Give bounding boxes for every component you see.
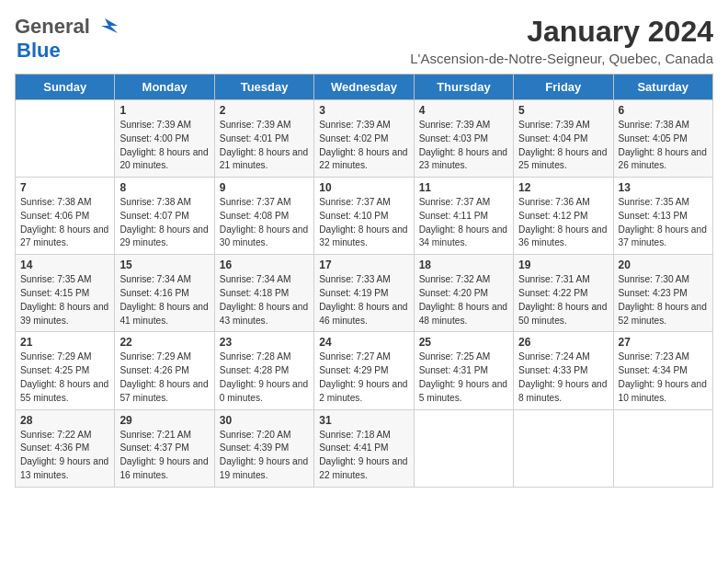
day-number: 26 — [518, 336, 608, 349]
day-header-tuesday: Tuesday — [214, 75, 313, 100]
day-info: Sunrise: 7:32 AMSunset: 4:20 PMDaylight:… — [419, 273, 508, 327]
days-of-week-row: Sunday Monday Tuesday Wednesday Thursday… — [16, 75, 713, 100]
day-number: 20 — [619, 259, 708, 271]
calendar-week-row: 7Sunrise: 7:38 AMSunset: 4:06 PMDaylight… — [16, 178, 713, 255]
day-info: Sunrise: 7:38 AMSunset: 4:06 PMDaylight:… — [20, 196, 109, 250]
day-number: 23 — [220, 336, 309, 349]
day-number: 17 — [319, 259, 408, 271]
day-number: 14 — [20, 259, 109, 271]
calendar-cell: 7Sunrise: 7:38 AMSunset: 4:06 PMDaylight… — [16, 178, 115, 255]
day-info: Sunrise: 7:35 AMSunset: 4:15 PMDaylight:… — [20, 273, 109, 327]
day-info: Sunrise: 7:29 AMSunset: 4:25 PMDaylight:… — [20, 350, 109, 405]
day-info: Sunrise: 7:21 AMSunset: 4:37 PMDaylight:… — [119, 429, 209, 483]
day-number: 3 — [319, 104, 408, 117]
calendar-week-row: 21Sunrise: 7:29 AMSunset: 4:25 PMDayligh… — [16, 332, 713, 409]
day-info: Sunrise: 7:39 AMSunset: 4:04 PMDaylight:… — [518, 119, 608, 173]
day-info: Sunrise: 7:37 AMSunset: 4:10 PMDaylight:… — [319, 196, 408, 250]
logo-general-text: General — [15, 15, 90, 39]
calendar-cell: 19Sunrise: 7:31 AMSunset: 4:22 PMDayligh… — [514, 255, 613, 332]
day-number: 31 — [319, 414, 408, 427]
day-info: Sunrise: 7:30 AMSunset: 4:23 PMDaylight:… — [619, 273, 708, 327]
day-header-sunday: Sunday — [16, 75, 115, 100]
calendar-cell: 26Sunrise: 7:24 AMSunset: 4:33 PMDayligh… — [514, 332, 613, 409]
day-info: Sunrise: 7:33 AMSunset: 4:19 PMDaylight:… — [319, 273, 408, 327]
calendar-cell: 9Sunrise: 7:37 AMSunset: 4:08 PMDaylight… — [214, 178, 313, 255]
calendar-cell: 3Sunrise: 7:39 AMSunset: 4:02 PMDaylight… — [314, 100, 414, 178]
day-info: Sunrise: 7:29 AMSunset: 4:26 PMDaylight:… — [119, 350, 209, 405]
calendar-cell: 8Sunrise: 7:38 AMSunset: 4:07 PMDaylight… — [115, 178, 214, 255]
calendar-cell: 28Sunrise: 7:22 AMSunset: 4:36 PMDayligh… — [16, 409, 115, 487]
day-number: 18 — [419, 259, 508, 271]
day-number: 22 — [119, 336, 209, 349]
day-number: 5 — [518, 104, 608, 117]
day-number: 9 — [220, 181, 309, 194]
calendar-header: Sunday Monday Tuesday Wednesday Thursday… — [16, 75, 713, 100]
day-number: 16 — [220, 259, 309, 271]
day-info: Sunrise: 7:20 AMSunset: 4:39 PMDaylight:… — [220, 429, 309, 483]
calendar-cell: 2Sunrise: 7:39 AMSunset: 4:01 PMDaylight… — [214, 100, 313, 178]
day-number: 6 — [619, 104, 708, 117]
calendar-cell — [514, 409, 613, 487]
day-number: 12 — [518, 181, 608, 194]
calendar-cell: 11Sunrise: 7:37 AMSunset: 4:11 PMDayligh… — [414, 178, 513, 255]
month-title: January 2024 — [410, 15, 713, 49]
day-number: 24 — [319, 336, 408, 349]
day-info: Sunrise: 7:23 AMSunset: 4:34 PMDaylight:… — [619, 350, 708, 405]
location-title: L'Ascension-de-Notre-Seigneur, Quebec, C… — [410, 51, 713, 66]
calendar-cell: 5Sunrise: 7:39 AMSunset: 4:04 PMDaylight… — [514, 100, 613, 178]
calendar-cell: 4Sunrise: 7:39 AMSunset: 4:03 PMDaylight… — [414, 100, 513, 178]
calendar-cell — [16, 100, 115, 178]
day-header-thursday: Thursday — [414, 75, 513, 100]
day-number: 13 — [619, 181, 708, 194]
day-info: Sunrise: 7:36 AMSunset: 4:12 PMDaylight:… — [518, 196, 608, 250]
calendar-cell — [414, 409, 513, 487]
day-header-monday: Monday — [115, 75, 214, 100]
day-number: 8 — [119, 181, 209, 194]
day-info: Sunrise: 7:27 AMSunset: 4:29 PMDaylight:… — [319, 350, 408, 405]
day-info: Sunrise: 7:39 AMSunset: 4:00 PMDaylight:… — [119, 119, 209, 173]
calendar-cell: 20Sunrise: 7:30 AMSunset: 4:23 PMDayligh… — [613, 255, 712, 332]
calendar-cell: 10Sunrise: 7:37 AMSunset: 4:10 PMDayligh… — [314, 178, 414, 255]
day-number: 10 — [319, 181, 408, 194]
day-info: Sunrise: 7:18 AMSunset: 4:41 PMDaylight:… — [319, 429, 408, 483]
day-info: Sunrise: 7:39 AMSunset: 4:01 PMDaylight:… — [220, 119, 309, 173]
day-number: 30 — [220, 414, 309, 427]
calendar-cell: 14Sunrise: 7:35 AMSunset: 4:15 PMDayligh… — [16, 255, 115, 332]
day-number: 27 — [619, 336, 708, 349]
day-number: 15 — [119, 259, 209, 271]
calendar-cell: 6Sunrise: 7:38 AMSunset: 4:05 PMDaylight… — [613, 100, 712, 178]
calendar-cell: 29Sunrise: 7:21 AMSunset: 4:37 PMDayligh… — [115, 409, 214, 487]
calendar-cell: 31Sunrise: 7:18 AMSunset: 4:41 PMDayligh… — [314, 409, 414, 487]
calendar-cell: 12Sunrise: 7:36 AMSunset: 4:12 PMDayligh… — [514, 178, 613, 255]
calendar-cell: 15Sunrise: 7:34 AMSunset: 4:16 PMDayligh… — [115, 255, 214, 332]
day-number: 4 — [419, 104, 508, 117]
day-info: Sunrise: 7:37 AMSunset: 4:08 PMDaylight:… — [220, 196, 309, 250]
calendar-table: Sunday Monday Tuesday Wednesday Thursday… — [15, 74, 713, 488]
calendar-cell: 13Sunrise: 7:35 AMSunset: 4:13 PMDayligh… — [613, 178, 712, 255]
day-info: Sunrise: 7:39 AMSunset: 4:03 PMDaylight:… — [419, 119, 508, 173]
day-number: 28 — [20, 414, 109, 427]
logo: General Blue — [15, 15, 118, 63]
day-info: Sunrise: 7:28 AMSunset: 4:28 PMDaylight:… — [220, 350, 309, 405]
day-info: Sunrise: 7:35 AMSunset: 4:13 PMDaylight:… — [619, 196, 708, 250]
calendar-body: 1Sunrise: 7:39 AMSunset: 4:00 PMDaylight… — [16, 100, 713, 488]
calendar-week-row: 28Sunrise: 7:22 AMSunset: 4:36 PMDayligh… — [16, 409, 713, 487]
day-info: Sunrise: 7:34 AMSunset: 4:18 PMDaylight:… — [220, 273, 309, 327]
calendar-cell: 27Sunrise: 7:23 AMSunset: 4:34 PMDayligh… — [613, 332, 712, 409]
calendar-cell: 21Sunrise: 7:29 AMSunset: 4:25 PMDayligh… — [16, 332, 115, 409]
day-number: 21 — [20, 336, 109, 349]
calendar-week-row: 1Sunrise: 7:39 AMSunset: 4:00 PMDaylight… — [16, 100, 713, 178]
day-info: Sunrise: 7:39 AMSunset: 4:02 PMDaylight:… — [319, 119, 408, 173]
day-number: 11 — [419, 181, 508, 194]
title-section: January 2024 L'Ascension-de-Notre-Seigne… — [410, 15, 713, 66]
calendar-cell: 30Sunrise: 7:20 AMSunset: 4:39 PMDayligh… — [214, 409, 313, 487]
day-info: Sunrise: 7:25 AMSunset: 4:31 PMDaylight:… — [419, 350, 508, 405]
calendar-cell: 23Sunrise: 7:28 AMSunset: 4:28 PMDayligh… — [214, 332, 313, 409]
calendar-week-row: 14Sunrise: 7:35 AMSunset: 4:15 PMDayligh… — [16, 255, 713, 332]
calendar-cell — [613, 409, 712, 487]
day-number: 25 — [419, 336, 508, 349]
day-header-saturday: Saturday — [613, 75, 712, 100]
day-info: Sunrise: 7:38 AMSunset: 4:05 PMDaylight:… — [619, 119, 708, 173]
day-info: Sunrise: 7:24 AMSunset: 4:33 PMDaylight:… — [518, 350, 608, 405]
svg-marker-0 — [101, 18, 118, 33]
